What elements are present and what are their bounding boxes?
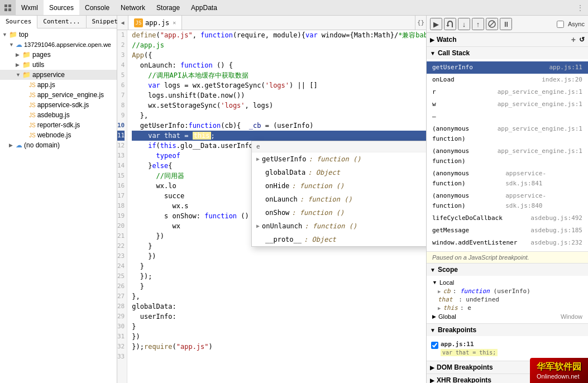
step-out-btn[interactable]: ↑ [472,18,484,30]
js-icon: JS [29,82,36,88]
code-line-27: }, [132,291,426,301]
watch-header[interactable]: ▶ Watch + ↺ [427,33,588,46]
autocomplete-item-globaldata[interactable]: globalData : Object [252,166,426,179]
tree-item-reporter[interactable]: ▶ JS reporter-sdk.js [0,120,117,130]
code-editor[interactable]: 1 2 3 4 5 6 7 8 9 10 11 12 13 14 15 16 1 [117,30,426,383]
menu-more[interactable]: ⋮ [577,4,588,12]
svg-rect-1 [8,4,11,7]
autocomplete-item-getuserinfo[interactable]: ▶ getUserInfo : function () [252,152,426,166]
breakpoints-section: ▼ Breakpoints app.js:11 var that = this; [427,324,588,361]
js-icon5: JS [29,122,36,128]
code-line-2: //app.js [132,40,426,50]
autocomplete-item-proto[interactable]: __proto__ : Object [252,233,426,246]
pause-on-exception-btn[interactable]: ⏸ [500,18,512,30]
pages-folder-icon: 📁 [22,51,31,59]
menu-console[interactable]: Console [79,0,115,15]
callstack-item-lifecycle[interactable]: lifeCycleDoCallback asdebug.js:492 [427,212,588,224]
tree-item-appjs[interactable]: ▶ JS app.js [0,80,117,90]
callstack-item-dash[interactable]: – [427,111,588,123]
tree-item-asdebug[interactable]: ▶ JS asdebug.js [0,110,117,120]
async-checkbox[interactable] [557,21,564,28]
breakpoint-checkbox-1[interactable] [431,342,438,349]
callstack-item-getuserinfo[interactable]: getUserInfo app.js:11 [427,61,588,74]
global-header[interactable]: ▶ Global Window [427,312,588,321]
callstack-file7: app_service_engine.js:1 [498,146,582,166]
local-header[interactable]: ▼ Local [427,278,588,287]
tree-label-reporter: reporter-sdk.js [37,121,80,129]
js-icon3: JS [29,102,36,108]
callstack-item-r[interactable]: r app_service_engine.js:1 [427,86,588,98]
autocomplete-item-onunlaunch[interactable]: ▶ onUnlaunch : function () [252,219,426,233]
menu-storage[interactable]: Storage [151,0,185,15]
callstack-item-getmsg[interactable]: getMessage asdebug.js:185 [427,224,588,237]
autocomplete-item-onshow[interactable]: onShow : function () [252,206,426,219]
menu-network[interactable]: Network [115,0,151,15]
code-line-3: App({ [132,50,426,60]
tab-js-icon: JS [134,18,143,27]
svg-rect-3 [8,8,11,11]
breakpoints-arrow: ▼ [430,327,436,333]
callstack-func2: onLoad [432,75,455,85]
autocomplete-popup: e ▶ getUserInfo : function () globalData… [251,141,426,247]
code-line-6: var logs = wx.getStorageSync('logs') || … [132,80,426,90]
tree-item-engine[interactable]: ▶ JS app_service_engine.js [0,90,117,100]
callstack-item-w[interactable]: w app_service_engine.js:1 [427,98,588,111]
callstack-item-onload[interactable]: onLoad index.js:20 [427,74,588,86]
callstack-file8: appservice-sdk.js:841 [505,169,582,189]
menu-sources[interactable]: Sources [44,0,79,15]
tree-item-top[interactable]: ▼ 📁 top [0,30,117,40]
callstack-func4: w [432,99,436,109]
tree-arrow-pages: ▶ [16,52,22,58]
breakpoints-label: Breakpoints [438,326,476,334]
code-line-4: onLaunch: function () { [132,60,426,70]
code-line-30: } [132,322,426,332]
tab-sources[interactable]: Sources [0,16,37,28]
item-name: getUserInfo [262,154,306,165]
callstack-header[interactable]: ▼ Call Stack [427,47,588,59]
breakpoints-header[interactable]: ▼ Breakpoints [427,324,588,336]
step-into-btn[interactable]: ↓ [458,18,470,30]
callstack-item-anon4[interactable]: (anonymous function) appservice-sdk.js:8… [427,190,588,212]
scope-header[interactable]: ▼ Scope [427,264,588,276]
scope-item-that: that : undefined [427,295,588,304]
item-name7: __proto__ [265,234,302,245]
step-over-btn[interactable] [444,18,456,30]
tree-label-appservice: appservice [32,71,65,79]
tree-item-pages[interactable]: ▶ 📁 pages [0,50,117,60]
tab-close-btn[interactable]: ✕ [173,20,176,26]
code-line-7: logs.unshift(Date.now()) [132,90,426,100]
menu-wxml[interactable]: Wxml [16,0,44,15]
tree-item-nodomain[interactable]: ▶ ☁ (no domain) [0,140,117,150]
tree-item-domain[interactable]: ▼ ☁ 137291046.appservice.open.we [0,40,117,50]
callstack-item-anon2[interactable]: (anonymous function) app_service_engine.… [427,145,588,167]
editor-tab-nav-left[interactable]: ◀ [117,16,128,30]
autocomplete-item-onlaunch[interactable]: onLaunch : function () [252,193,426,206]
breakpoint-file-1: app.js:11 [441,341,498,348]
item-type5: : function () [291,207,344,218]
resume-btn[interactable]: ▶ [430,18,442,30]
watch-add-btn[interactable]: + [571,35,576,44]
code-line-29: userInfo: [132,312,426,322]
watermark-line1: 华军软件园 [537,361,581,373]
tree-item-utils[interactable]: ▶ 📁 utils [0,60,117,70]
callstack-item-anon3[interactable]: (anonymous function) appservice-sdk.js:8… [427,167,588,190]
tree-item-sdk[interactable]: ▶ JS appservice-sdk.js [0,100,117,110]
tree-item-webnode[interactable]: ▶ JS webnode.js [0,130,117,140]
scope-item-this[interactable]: ▶ this : e [427,304,588,312]
callstack-item-anon1[interactable]: (anonymous function) app_service_engine.… [427,123,588,145]
editor-tab-label: app.js [145,19,169,27]
tab-content[interactable]: Content... [37,16,86,28]
deactivate-btn[interactable] [486,18,498,30]
menu-appdata[interactable]: AppData [185,0,223,15]
tree-label-domain: 137291046.appservice.open.we [24,41,111,48]
autocomplete-item-onhide[interactable]: onHide : function () [252,179,426,193]
scope-var-that: that [438,296,453,303]
watch-refresh-btn[interactable]: ↺ [579,36,585,44]
scope-item-cb[interactable]: ▶ cb : function (userInfo) [427,287,588,295]
item-name2: globalData [265,167,305,178]
editor-tab-appjs[interactable]: JS app.js ✕ [128,16,182,30]
tree-item-appservice[interactable]: ▼ 📁 appservice [0,70,117,80]
editor-format-btn[interactable]: {} [415,16,426,30]
global-value: Window [561,313,582,320]
callstack-item-addeventlistener[interactable]: window.addEventListener asdebug.js:232 [427,237,588,249]
